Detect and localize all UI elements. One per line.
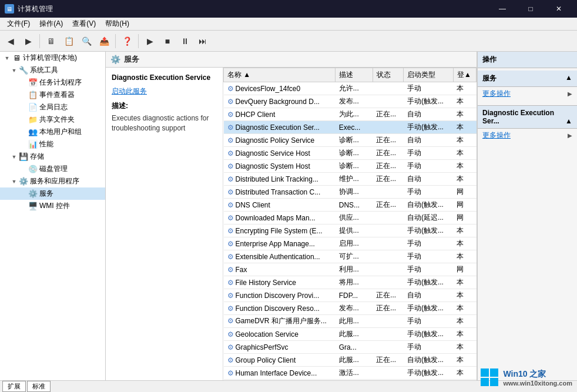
menu-file[interactable]: 文件(F) xyxy=(2,18,35,30)
pause-button[interactable]: ⏸ xyxy=(177,33,193,49)
system-tools-label: 系统工具 xyxy=(30,65,58,75)
properties-button[interactable]: 📋 xyxy=(61,33,77,49)
service-desc-cell: DNS... xyxy=(336,199,373,212)
table-row[interactable]: ⚙Fax利用...手动网 xyxy=(224,263,477,276)
window-controls[interactable]: — □ ✕ xyxy=(489,0,572,18)
forward-button[interactable]: ▶ xyxy=(20,33,36,49)
table-row[interactable]: ⚙Diagnostic Service Host诊断...正在...手动本 xyxy=(224,147,477,160)
table-row[interactable]: ⚙Distributed Transaction C...协调...手动网 xyxy=(224,186,477,199)
col-header-name[interactable]: 名称 ▲ xyxy=(224,68,336,82)
tree-wmi[interactable]: 🖥️ WMI 控件 xyxy=(0,200,105,212)
table-row[interactable]: ⚙Function Discovery Reso...发布...正在...手动(… xyxy=(224,302,477,315)
col-header-logon[interactable]: 登▲ xyxy=(453,68,476,82)
table-row[interactable]: ⚙DHCP Client为此...正在...自动本 xyxy=(224,108,477,121)
service-status-cell xyxy=(373,186,404,199)
tree-task-scheduler[interactable]: 📅 任务计划程序 xyxy=(0,76,105,89)
service-name-cell: ⚙DNS Client xyxy=(224,199,336,212)
more-actions-2[interactable]: 更多操作 ▶ xyxy=(478,129,577,142)
service-startup-cell: 自动(延迟... xyxy=(404,212,454,225)
menu-action[interactable]: 操作(A) xyxy=(35,18,68,30)
tree-root[interactable]: ▼ 🖥 计算机管理(本地) xyxy=(0,52,105,64)
table-row[interactable]: ⚙Geolocation Service此服...手动(触发...本 xyxy=(224,328,477,341)
help-button[interactable]: ❓ xyxy=(119,33,135,49)
service-logon-cell: 本 xyxy=(453,341,476,354)
system-tools-expand-icon[interactable]: ▼ xyxy=(9,68,19,73)
service-startup-cell: 手动(触发... xyxy=(404,225,454,237)
col-header-desc[interactable]: 描述 xyxy=(336,68,373,82)
tree-storage[interactable]: ▼ 💾 存储 xyxy=(0,150,105,163)
minimize-button[interactable]: — xyxy=(489,0,516,18)
tree-users-groups[interactable]: 👥 本地用户和组 xyxy=(0,126,105,138)
table-row[interactable]: ⚙GameDVR 和广播用户服务...此用...手动本 xyxy=(224,315,477,328)
users-icon: 👥 xyxy=(28,128,38,137)
tab-standard[interactable]: 标准 xyxy=(27,381,51,392)
tree-performance[interactable]: 📊 性能 xyxy=(0,138,105,150)
services-header-icon: ⚙️ xyxy=(110,55,120,64)
tree-services[interactable]: ⚙️ 服务 xyxy=(0,187,105,200)
service-desc-cell: 协调... xyxy=(336,186,373,199)
show-hide-button[interactable]: 🖥 xyxy=(43,33,59,49)
table-row[interactable]: ⚙Downloaded Maps Man...供应...自动(延迟...网 xyxy=(224,212,477,225)
table-row[interactable]: ⚙Function Discovery Provi...FDP...正在...自… xyxy=(224,289,477,302)
col-header-startup[interactable]: 启动类型 xyxy=(404,68,454,82)
more-actions-1[interactable]: 更多操作 ▶ xyxy=(478,87,577,100)
service-desc-cell: 诊断... xyxy=(336,160,373,173)
col-header-status[interactable]: 状态 xyxy=(373,68,404,82)
storage-expand-icon[interactable]: ▼ xyxy=(9,154,19,160)
table-row[interactable]: ⚙Human Interface Device...激活...手动(触发...本 xyxy=(224,367,477,380)
export-button[interactable]: 📤 xyxy=(96,33,112,49)
maximize-button[interactable]: □ xyxy=(517,0,544,18)
start-service-link[interactable]: 启动此服务 xyxy=(112,86,217,96)
restart-button[interactable]: ⏭ xyxy=(194,33,211,49)
table-row[interactable]: ⚙Encrypting File System (E...提供...手动(触发.… xyxy=(224,225,477,237)
tab-extended[interactable]: 扩展 xyxy=(2,381,26,392)
stop-button[interactable]: ■ xyxy=(159,33,176,49)
service-name-cell: ⚙Function Discovery Reso... xyxy=(224,302,336,315)
share-icon: 📁 xyxy=(28,115,38,125)
service-desc-cell: 将用... xyxy=(336,276,373,289)
table-row[interactable]: ⚙Diagnostic Policy Service诊断...正在...自动本 xyxy=(224,134,477,147)
service-detail-pane: Diagnostic Execution Service 启动此服务 描述: E… xyxy=(106,68,223,380)
left-tree-panel: ▼ 🖥 计算机管理(本地) ▼ 🔧 系统工具 📅 任务计划程序 📋 事件查看器 … xyxy=(0,52,106,380)
tree-shared-folders[interactable]: 📁 共享文件夹 xyxy=(0,113,105,126)
tree-global-log[interactable]: 📄 全局日志 xyxy=(0,101,105,113)
table-row[interactable]: ⚙DNS ClientDNS...正在...自动(触发...网 xyxy=(224,199,477,212)
table-row[interactable]: ⚙GraphicsPerfSvcGra...手动本 xyxy=(224,341,477,354)
table-row[interactable]: ⚙Distributed Link Tracking...维护...正在...自… xyxy=(224,173,477,186)
root-expand-icon[interactable]: ▼ xyxy=(2,55,12,61)
table-row[interactable]: ⚙DevQuery Background D...发布...手动(触发...本 xyxy=(224,95,477,108)
menu-bar: 文件(F) 操作(A) 查看(V) 帮助(H) xyxy=(0,18,577,31)
tree-event-viewer[interactable]: 📋 事件查看器 xyxy=(0,89,105,101)
watermark: Win10 之家 www.win10xitong.com xyxy=(481,368,572,387)
service-status-cell xyxy=(373,315,404,328)
services-apps-expand-icon[interactable]: ▼ xyxy=(9,179,19,185)
middle-panel: ⚙️ 服务 Diagnostic Execution Service 启动此服务… xyxy=(106,52,477,380)
table-row[interactable]: ⚙File History Service将用...手动(触发...本 xyxy=(224,276,477,289)
root-label: 计算机管理(本地) xyxy=(23,53,77,63)
service-desc-cell: 发布... xyxy=(336,302,373,315)
close-button[interactable]: ✕ xyxy=(545,0,572,18)
table-row[interactable]: ⚙Diagnostic System Host诊断...正在...手动本 xyxy=(224,160,477,173)
back-button[interactable]: ◀ xyxy=(2,33,19,49)
menu-help[interactable]: 帮助(H) xyxy=(100,18,134,30)
table-row[interactable]: ⚙Group Policy Client此服...正在...自动(触发...本 xyxy=(224,354,477,367)
service-name-cell: ⚙Human Interface Device... xyxy=(224,367,336,380)
selected-service-section-header: Diagnostic Execution Ser... ▲ xyxy=(478,105,577,129)
play-button[interactable]: ▶ xyxy=(142,33,158,49)
service-desc-cell: 维护... xyxy=(336,173,373,186)
tree-system-tools[interactable]: ▼ 🔧 系统工具 xyxy=(0,64,105,76)
table-row[interactable]: ⚙Enterprise App Manage...启用...手动本 xyxy=(224,237,477,250)
service-name-cell: ⚙Geolocation Service xyxy=(224,328,336,341)
service-desc-cell: 此用... xyxy=(336,315,373,328)
service-logon-cell: 本 xyxy=(453,276,476,289)
menu-view[interactable]: 查看(V) xyxy=(68,18,100,30)
table-row[interactable]: ⚙Extensible Authentication...可扩...手动本 xyxy=(224,250,477,263)
service-logon-cell: 网 xyxy=(453,199,476,212)
more-actions-label-2: 更多操作 xyxy=(482,130,511,140)
table-row[interactable]: ⚙DevicesFlow_14fce0允许...手动本 xyxy=(224,82,477,95)
main-layout: ▼ 🖥 计算机管理(本地) ▼ 🔧 系统工具 📅 任务计划程序 📋 事件查看器 … xyxy=(0,52,577,380)
tree-services-apps[interactable]: ▼ ⚙️ 服务和应用程序 xyxy=(0,175,105,187)
tree-disk-management[interactable]: 💿 磁盘管理 xyxy=(0,163,105,175)
refresh-button[interactable]: 🔍 xyxy=(78,33,95,49)
table-row[interactable]: ⚙Diagnostic Execution Ser...Exec...手动(触发… xyxy=(224,121,477,134)
